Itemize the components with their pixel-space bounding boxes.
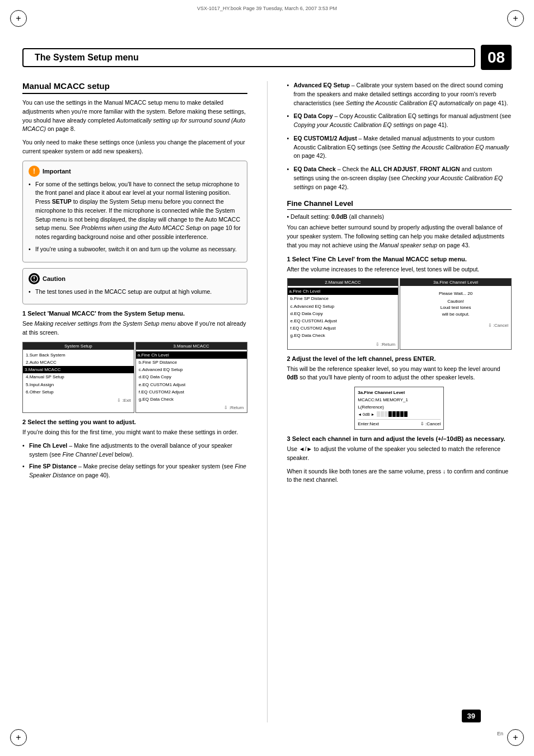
page-title: The System Setup menu: [35, 53, 139, 62]
screen-row: d.EQ Data Copy: [139, 373, 244, 381]
screen-row-highlighted: a.Fine Ch Level: [288, 288, 399, 295]
level-seg: [400, 411, 404, 417]
screen-wait-panel1-footer: ⇩ :Return: [291, 342, 396, 347]
list-item: For some of the settings below, you'll h…: [29, 180, 241, 242]
list-item: Fine Ch Level – Make fine adjustments to…: [22, 442, 247, 459]
page-number: 39: [462, 710, 481, 722]
intro-paragraph-2: You only need to make these settings onc…: [22, 138, 247, 156]
enter-next-label: Enter:Next: [358, 421, 379, 426]
chapter-number: 08: [481, 45, 512, 70]
screen-row: b.Fine SP Distance: [291, 295, 396, 302]
list-item: EQ Data Copy – Copy Acoustic Calibration…: [287, 112, 512, 130]
level-bar: [377, 411, 407, 417]
level-sublabel: ◄ 0dB ►: [358, 412, 374, 416]
fine-ch-step3-text: Use ◄/► to adjust the volume of the spea…: [287, 445, 512, 463]
step1-text: See Making receiver settings from the Sy…: [22, 320, 247, 337]
screen-row-highlighted: a.Fine Ch Level: [136, 351, 247, 359]
please-wait-text: Please Wait... 20: [406, 291, 505, 296]
level-screen: 3a.Fine Channel Level MCACC:M1 MEMORY_1 …: [354, 387, 444, 430]
level-seg: [392, 411, 396, 417]
important-title: ! Important: [29, 166, 241, 177]
page-footer: 39 En: [497, 729, 503, 736]
fine-ch-intro: You can achieve better surround sound by…: [287, 223, 512, 250]
fine-ch-step1-heading: 1 Select 'Fine Ch Level' from the Manual…: [287, 256, 512, 262]
screen-row: e.EQ CUSTOM1 Adjust: [139, 381, 244, 388]
screen-row: e.EQ CUSTOM1 Adjust: [291, 317, 396, 325]
screen-wait-container: 2.Manual MCACC a.Fine Ch Level b.Fine SP…: [287, 278, 512, 349]
fine-ch-step3-para2: When it sounds like both tones are the s…: [287, 467, 512, 485]
level-row: L(Reference): [358, 405, 441, 410]
fine-ch-step2-heading: 2 Adjust the level of the left channel, …: [287, 355, 512, 362]
level-screen-header: 3a.Fine Channel Level: [358, 390, 441, 395]
screen-row: 1.Surr Back System: [26, 351, 131, 359]
list-item: Fine SP Distance – Make precise delay se…: [22, 462, 247, 480]
step2-bullet-list: Fine Ch Level – Make fine adjustments to…: [22, 442, 247, 480]
screen-row: 4.Manual SP Setup: [26, 373, 131, 381]
level-seg: [377, 411, 380, 417]
screen1-container: System Setup 1.Surr Back System 2.Auto M…: [22, 342, 247, 413]
right-column: Advanced EQ Setup – Calibrate your syste…: [282, 81, 512, 722]
screen-wait-panel1: 2.Manual MCACC a.Fine Ch Level b.Fine SP…: [287, 278, 399, 349]
caution-text: Caution!Loud test toneswill be output.: [406, 298, 505, 317]
section-title: Manual MCACC setup: [22, 81, 247, 94]
mcacc-label: MCACC:M1 MEMORY_1: [358, 397, 441, 402]
svg-point-2: [34, 280, 35, 281]
cancel-label: ⇩ :Cancel: [420, 421, 441, 426]
file-info-bar: VSX-1017_HY.book Page 39 Tuesday, March …: [34, 6, 500, 11]
level-seg: [404, 411, 407, 417]
intro-paragraph-1: You can use the settings in the Manual M…: [22, 98, 247, 134]
fine-ch-step1-text: After the volume increases to the refere…: [287, 265, 512, 274]
corner-mark-tr: [507, 10, 524, 27]
corner-mark-tl: [10, 10, 27, 27]
screen-row: d.EQ Data Copy: [291, 310, 396, 317]
screen1-panel1-header: System Setup: [23, 342, 134, 350]
step2-text: If you're doing this for the first time,…: [22, 428, 247, 437]
channel-label: L(Reference): [358, 405, 384, 410]
left-column: Manual MCACC setup You can use the setti…: [22, 81, 253, 722]
content-area: Manual MCACC setup You can use the setti…: [22, 81, 512, 722]
level-seg: [385, 411, 388, 417]
screen-row: 2.Auto MCACC: [26, 359, 131, 366]
step1-heading: 1 Select 'Manual MCACC' from the System …: [22, 310, 247, 317]
screen-wait-panel2: 3a.Fine Channel Level Please Wait... 20 …: [400, 278, 512, 349]
screen1-panel2-footer: ⇩ :Return: [139, 405, 244, 410]
caution-list: The test tones used in the MCACC setup a…: [29, 288, 241, 297]
list-item: EQ CUSTOM1/2 Adjust – Make detailed manu…: [287, 134, 512, 161]
screen-row: f.EQ CUSTOM2 Adjust: [291, 325, 396, 332]
screen-row-highlighted: 3.Manual MCACC: [23, 366, 134, 373]
screen-wait-panel1-header: 2.Manual MCACC: [288, 279, 399, 286]
screen1-panel2: 3.Manual MCACC a.Fine Ch Level b.Fine SP…: [135, 342, 247, 413]
fine-ch-step2-text: This will be the reference speaker level…: [287, 365, 512, 383]
fine-ch-step3-heading: 3 Select each channel in turn and adjust…: [287, 435, 512, 442]
important-box: ! Important For some of the settings bel…: [22, 161, 247, 262]
fine-channel-section: Fine Channel Level • Default setting: 0.…: [287, 199, 512, 485]
list-item: Advanced EQ Setup – Calibrate your syste…: [287, 81, 512, 107]
right-bullet-list: Advanced EQ Setup – Calibrate your syste…: [287, 81, 512, 191]
caution-icon: [29, 273, 40, 284]
screen-row: f.EQ CUSTOM2 Adjust: [139, 388, 244, 396]
fine-ch-title: Fine Channel Level: [287, 199, 512, 210]
step2-heading: 2 Select the setting you want to adjust.: [22, 419, 247, 425]
default-setting: • Default setting: 0.0dB (all channels): [287, 213, 512, 220]
section-title-box: The System Setup menu: [22, 48, 475, 67]
screen-row: c.Advanced EQ Setup: [291, 303, 396, 310]
corner-mark-bl: [10, 729, 27, 746]
screen-row: g.EQ Data Check: [291, 332, 396, 339]
file-info-text: VSX-1017_HY.book Page 39 Tuesday, March …: [197, 6, 337, 11]
level-screen-footer: Enter:Next ⇩ :Cancel: [358, 419, 441, 426]
please-wait-panel: Please Wait... 20 Caution!Loud test tone…: [403, 288, 508, 321]
screen-wait-panel2-header: 3a.Fine Channel Level: [400, 279, 511, 286]
screen-row: 6.Other Setup: [26, 388, 131, 396]
page-header: The System Setup menu 08: [22, 45, 512, 70]
level-seg: [396, 411, 400, 417]
screen1-panel2-header: 3.Manual MCACC: [136, 342, 247, 350]
caution-title: Caution: [29, 273, 241, 284]
corner-mark-br: [507, 729, 524, 746]
column-divider: [267, 81, 268, 722]
screen1-panel1: System Setup 1.Surr Back System 2.Auto M…: [22, 342, 134, 413]
caution-box: Caution The test tones used in the MCACC…: [22, 268, 247, 305]
important-icon: !: [29, 166, 40, 177]
list-item: If you're using a subwoofer, switch it o…: [29, 245, 241, 254]
page-lang: En: [497, 731, 503, 736]
screen-row: b.Fine SP Distance: [139, 359, 244, 366]
